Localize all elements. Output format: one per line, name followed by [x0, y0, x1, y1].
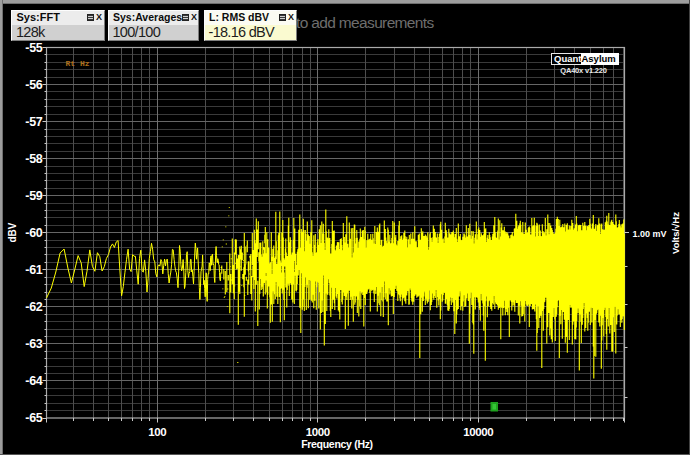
svg-text:Rt Hz: Rt Hz — [66, 59, 90, 68]
svg-text:10000: 10000 — [463, 426, 493, 438]
svg-text:Volts/√Hz: Volts/√Hz — [670, 212, 681, 254]
svg-text:-57: -57 — [25, 115, 43, 129]
svg-text:-56: -56 — [25, 78, 43, 92]
svg-text:-55: -55 — [25, 41, 43, 55]
svg-text:1000: 1000 — [306, 426, 330, 438]
svg-text:100: 100 — [148, 426, 166, 438]
svg-text:-64: -64 — [25, 374, 43, 388]
svg-text:-59: -59 — [25, 189, 43, 203]
svg-text:-62: -62 — [25, 300, 43, 314]
svg-text:-63: -63 — [25, 337, 43, 351]
svg-text:dBV: dBV — [7, 222, 18, 242]
svg-text:1.00 mV: 1.00 mV — [632, 229, 666, 239]
svg-text:-61: -61 — [25, 263, 43, 277]
svg-text:Frequency (Hz): Frequency (Hz) — [301, 438, 373, 450]
svg-text:-58: -58 — [25, 152, 43, 166]
svg-text:-60: -60 — [25, 226, 43, 240]
svg-text:-65: -65 — [25, 411, 43, 425]
